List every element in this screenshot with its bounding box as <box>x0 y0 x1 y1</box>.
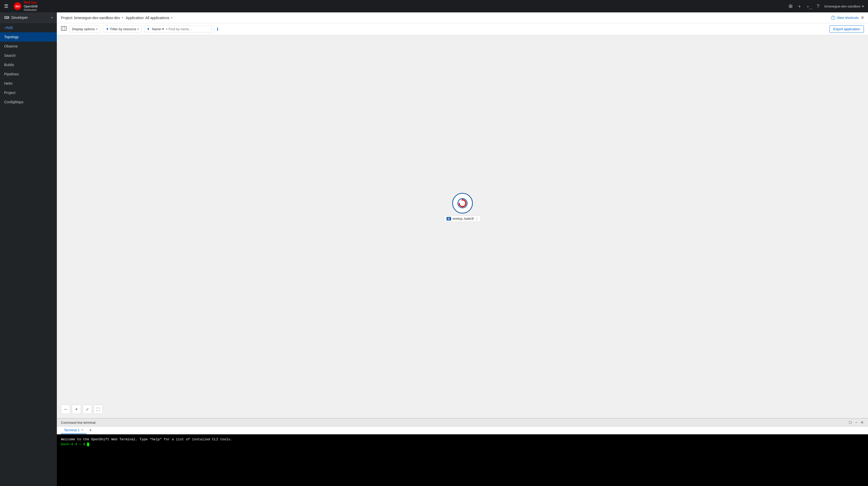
node-sync-icon <box>456 197 469 210</box>
search-input[interactable] <box>168 27 210 31</box>
node-kebab-menu[interactable]: ⋮ <box>475 217 478 221</box>
node-circle[interactable] <box>452 193 473 214</box>
search-group: ▼ Name ▾ / <box>144 26 214 33</box>
sidebar-role-selector[interactable]: ⌨ Developer ▾ <box>0 12 57 23</box>
sidebar-item-add[interactable]: +Add <box>0 23 57 32</box>
terminal-tabs: Terminal 1 ✕ + <box>57 427 868 434</box>
code-icon: ⌨ <box>4 15 9 20</box>
terminal-prompt[interactable]: bash-4.4 ~ $ <box>61 442 864 446</box>
info-icon[interactable]: ℹ <box>217 27 218 32</box>
brand-openshift: OpenShift <box>24 5 37 8</box>
view-shortcuts-link[interactable]: ? View shortcuts <box>831 16 859 20</box>
user-menu-label: bmesegue-dev-sandbox <box>825 4 861 8</box>
view-shortcuts-icon: ? <box>831 16 835 20</box>
add-terminal-tab[interactable]: + <box>88 428 94 433</box>
toolbar-left: Display options ▾ ▼ Filter by resource ▾… <box>61 26 827 33</box>
node-name: worksp..ba4e3f <box>453 217 473 221</box>
search-divider: / <box>211 27 212 31</box>
top-navigation: ☰ RH Red Hat OpenShift Dedicated ⊞ ＋ ›_ … <box>0 0 868 12</box>
terminal-tab-label: Terminal 1 <box>64 428 80 432</box>
topology-node[interactable]: D worksp..ba4e3f ⋮ <box>444 193 480 222</box>
zoom-out-icon: − <box>64 407 67 412</box>
terminal-welcome-line: Welcome to the OpenShift Web Terminal. T… <box>61 438 864 441</box>
grid-icon[interactable]: ⊞ <box>789 3 793 9</box>
nav-icons: ⊞ ＋ ›_ ? <box>789 3 819 9</box>
zoom-in-button[interactable]: + <box>72 404 81 414</box>
node-badge: D <box>446 217 451 221</box>
reset-zoom-button[interactable]: ⤢ <box>83 404 92 414</box>
app-selector[interactable]: Application: All applications ▾ <box>126 16 173 20</box>
redhat-logo-icon: RH <box>13 2 22 10</box>
terminal-icon[interactable]: ›_ <box>807 4 812 9</box>
app-chevron: ▾ <box>171 16 173 20</box>
topology-map-icon <box>61 26 67 31</box>
terminal-minimize-icon[interactable]: − <box>855 420 858 425</box>
sidebar-item-search[interactable]: Search <box>0 51 57 60</box>
list-view-icon[interactable]: ≡ <box>861 15 864 21</box>
svg-text:RH: RH <box>16 5 20 8</box>
export-application-button[interactable]: Export application <box>830 25 864 33</box>
sidebar-item-configmaps[interactable]: ConfigMaps <box>0 97 57 107</box>
sidebar-item-observe[interactable]: Observe <box>0 41 57 51</box>
zoom-controls: − + ⤢ ⛶ <box>61 404 103 414</box>
brand-dedicated: Dedicated <box>24 8 37 12</box>
export-application-label: Export application <box>833 27 860 31</box>
toolbar: Display options ▾ ▼ Filter by resource ▾… <box>57 23 868 35</box>
view-shortcuts-label: View shortcuts <box>837 16 859 20</box>
topology-canvas[interactable]: D worksp..ba4e3f ⋮ − + ⤢ ⛶ <box>57 35 868 418</box>
filter-by-resource-label: Filter by resource <box>110 27 136 31</box>
topology-header: Project: bmesegue-dev-sandbox-dev ▾ Appl… <box>57 12 868 23</box>
svg-rect-2 <box>61 26 66 30</box>
terminal-prompt-text: bash-4.4 ~ $ <box>61 442 85 446</box>
terminal-title: Command line terminal <box>61 421 846 425</box>
app-label: Application: All applications <box>126 16 169 20</box>
brand-redhat: Red Hat <box>24 1 37 5</box>
filter-by-resource-button[interactable]: ▼ Filter by resource ▾ <box>103 26 142 33</box>
brand-logo-group: RH Red Hat OpenShift Dedicated <box>13 1 37 12</box>
map-view-icon[interactable] <box>61 26 67 32</box>
content-area: Project: bmesegue-dev-sandbox-dev ▾ Appl… <box>57 12 868 486</box>
brand-text: Red Hat OpenShift Dedicated <box>24 1 37 12</box>
sidebar-item-topology[interactable]: Topology <box>0 32 57 41</box>
project-chevron: ▾ <box>122 16 123 20</box>
terminal-close-icon[interactable]: ✕ <box>861 420 864 425</box>
sidebar-role-chevron: ▾ <box>51 16 53 20</box>
filter-funnel-icon: ▼ <box>147 27 150 31</box>
sidebar-role-label: Developer <box>11 15 28 20</box>
project-selector[interactable]: Project: bmesegue-dev-sandbox-dev ▾ <box>61 16 123 20</box>
zoom-in-icon: + <box>75 407 78 412</box>
search-type-select[interactable]: Name <box>151 27 165 31</box>
plus-icon[interactable]: ＋ <box>797 3 802 9</box>
main-layout: ⌨ Developer ▾ +Add Topology Observe Sear… <box>0 12 868 486</box>
sidebar: ⌨ Developer ▾ +Add Topology Observe Sear… <box>0 12 57 486</box>
fit-screen-icon: ⛶ <box>96 407 100 411</box>
sidebar-item-helm[interactable]: Helm <box>0 79 57 88</box>
user-menu[interactable]: bmesegue-dev-sandbox ▾ <box>825 4 864 8</box>
terminal-expand-icon[interactable]: ⬡ <box>848 420 852 425</box>
terminal-header: Command line terminal ⬡ − ✕ <box>57 419 868 427</box>
display-options-label: Display options <box>72 27 95 31</box>
display-options-button[interactable]: Display options ▾ <box>69 26 100 33</box>
reset-zoom-icon: ⤢ <box>86 407 89 411</box>
terminal-cursor <box>87 443 89 446</box>
project-label: Project: bmesegue-dev-sandbox-dev <box>61 16 120 20</box>
sidebar-item-builds[interactable]: Builds <box>0 60 57 69</box>
user-menu-chevron: ▾ <box>862 4 864 8</box>
terminal-body[interactable]: Welcome to the OpenShift Web Terminal. T… <box>57 434 868 486</box>
node-label[interactable]: D worksp..ba4e3f ⋮ <box>444 216 480 222</box>
filter-chevron: ▾ <box>137 28 139 30</box>
search-chevron: ▾ <box>166 28 167 30</box>
fit-to-screen-button[interactable]: ⛶ <box>94 404 103 414</box>
help-icon[interactable]: ? <box>817 4 819 9</box>
zoom-out-button[interactable]: − <box>61 404 70 414</box>
sidebar-item-pipelines[interactable]: Pipelines <box>0 69 57 79</box>
hamburger-menu[interactable]: ☰ <box>4 3 8 9</box>
display-options-chevron: ▾ <box>96 28 97 30</box>
terminal-section: Command line terminal ⬡ − ✕ Terminal 1 ✕… <box>57 418 868 486</box>
sidebar-item-project[interactable]: Project <box>0 88 57 97</box>
terminal-header-icons: ⬡ − ✕ <box>848 420 864 425</box>
filter-icon: ▼ <box>106 27 109 31</box>
terminal-tab-1[interactable]: Terminal 1 ✕ <box>61 427 87 434</box>
terminal-tab-close[interactable]: ✕ <box>81 428 84 432</box>
